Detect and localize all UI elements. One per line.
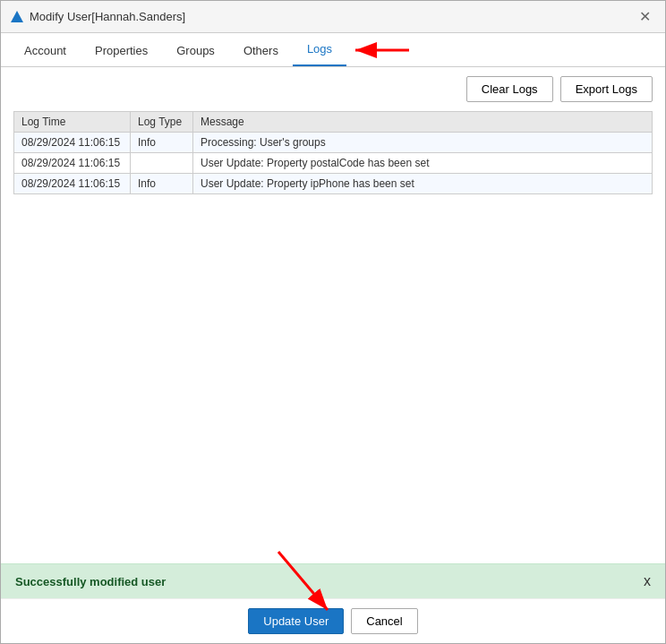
export-logs-button[interactable]: Export Logs xyxy=(560,76,653,102)
status-message: Successfully modified user xyxy=(15,575,166,588)
status-bar: Successfully modified user x xyxy=(1,563,665,598)
tab-properties[interactable]: Properties xyxy=(81,35,162,66)
table-row: 08/29/2024 11:06:15InfoProcessing: User'… xyxy=(14,133,653,153)
col-header-message: Message xyxy=(193,112,653,133)
log-message: Processing: User's groups xyxy=(193,133,653,153)
empty-space xyxy=(1,379,665,563)
window-title: Modify User[Hannah.Sanders] xyxy=(30,10,185,23)
title-bar-left: Modify User[Hannah.Sanders] xyxy=(10,10,185,24)
update-user-button[interactable]: Update User xyxy=(248,608,344,634)
tab-logs[interactable]: Logs xyxy=(293,33,346,66)
tab-account[interactable]: Account xyxy=(10,35,81,66)
log-table: Log Time Log Type Message 08/29/2024 11:… xyxy=(13,111,653,194)
col-header-time: Log Time xyxy=(14,112,131,133)
table-row: 08/29/2024 11:06:15User Update: Property… xyxy=(14,153,653,174)
tab-groups[interactable]: Groups xyxy=(162,35,229,66)
title-bar: Modify User[Hannah.Sanders] ✕ xyxy=(1,1,665,33)
tab-others[interactable]: Others xyxy=(229,35,293,66)
toolbar: Clear Logs Export Logs xyxy=(1,67,665,111)
log-message: User Update: Property ipPhone has been s… xyxy=(193,174,653,194)
clear-logs-button[interactable]: Clear Logs xyxy=(466,76,553,102)
log-message: User Update: Property postalCode has bee… xyxy=(193,153,653,174)
arrow-annotation xyxy=(346,37,418,66)
log-time: 08/29/2024 11:06:15 xyxy=(14,133,131,153)
col-header-type: Log Type xyxy=(131,112,193,133)
log-time: 08/29/2024 11:06:15 xyxy=(14,174,131,194)
log-type: Info xyxy=(131,174,193,194)
status-close-button[interactable]: x xyxy=(644,573,651,589)
log-table-container: Log Time Log Type Message 08/29/2024 11:… xyxy=(1,111,665,379)
main-window: Modify User[Hannah.Sanders] ✕ Account Pr… xyxy=(0,0,666,644)
tab-bar: Account Properties Groups Others Logs xyxy=(1,33,665,67)
main-content: Clear Logs Export Logs Log Time Log Type… xyxy=(1,67,665,643)
log-time: 08/29/2024 11:06:15 xyxy=(14,153,131,174)
svg-marker-0 xyxy=(11,11,23,22)
cancel-button[interactable]: Cancel xyxy=(351,608,417,634)
log-type: Info xyxy=(131,133,193,153)
app-icon xyxy=(10,10,24,24)
log-type xyxy=(131,153,193,174)
footer: Update User Cancel xyxy=(1,598,665,643)
close-window-button[interactable]: ✕ xyxy=(634,6,656,27)
table-row: 08/29/2024 11:06:15InfoUser Update: Prop… xyxy=(14,174,653,194)
